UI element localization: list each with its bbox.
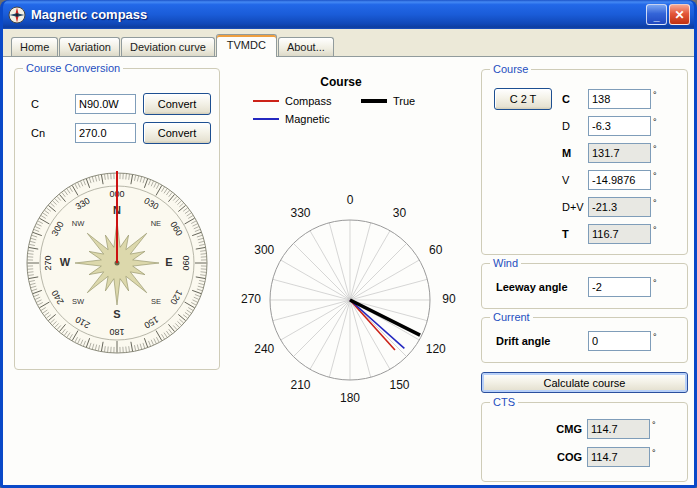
c-conversion-input[interactable] (75, 94, 136, 114)
svg-text:090: 090 (181, 255, 191, 270)
drift-row: Drift angle ° (496, 331, 657, 351)
course-group-label: Course (490, 63, 531, 75)
c-conversion-label: C (31, 98, 75, 110)
leeway-row: Leeway angle ° (496, 277, 657, 297)
svg-text:SW: SW (72, 297, 85, 306)
compass-rose-canvas: 000030060090120150180210240270300330NNEE… (21, 167, 213, 359)
m-field[interactable] (588, 143, 651, 163)
t-field[interactable] (588, 224, 651, 244)
svg-text:NW: NW (72, 219, 85, 228)
d-field[interactable] (588, 116, 651, 136)
calculate-course-button[interactable]: Calculate course (481, 372, 688, 393)
cmg-row: CMG ° (522, 419, 656, 439)
t-unit: ° (653, 225, 657, 235)
current-group-label: Current (490, 311, 533, 323)
tab-strip: Home Variation Deviation curve TVMDC Abo… (3, 29, 694, 56)
m-unit: ° (653, 144, 657, 154)
current-group: Current Drift angle ° (481, 317, 688, 363)
svg-text:NE: NE (151, 219, 161, 228)
leeway-input[interactable] (588, 277, 651, 297)
tab-tvmdc[interactable]: TVMDC (216, 34, 277, 57)
legend-item-magnetic: Magnetic (253, 113, 361, 125)
svg-text:270: 270 (241, 292, 261, 306)
cts-group-label: CTS (490, 396, 518, 408)
svg-text:W: W (60, 256, 71, 268)
tab-about[interactable]: About... (278, 37, 334, 56)
svg-text:90: 90 (442, 292, 456, 306)
app-icon (8, 6, 26, 24)
cmg-field[interactable] (587, 419, 650, 439)
svg-text:0: 0 (347, 193, 354, 207)
c-conversion-row: C Convert (31, 93, 211, 115)
cog-label: COG (522, 451, 582, 463)
svg-text:30: 30 (393, 206, 407, 220)
svg-text:240: 240 (254, 342, 274, 356)
svg-text:120: 120 (426, 342, 446, 356)
convert-c-button[interactable]: Convert (143, 93, 211, 115)
m-row: M ° (562, 143, 657, 163)
course-polar-chart: 0306090120150180210240270300330 (228, 178, 472, 422)
c2t-button[interactable]: C 2 T (494, 88, 552, 110)
svg-text:180: 180 (109, 327, 124, 337)
legend-label-true: True (393, 95, 415, 107)
cmg-label: CMG (522, 423, 582, 435)
drift-label: Drift angle (496, 335, 588, 347)
cn-conversion-input[interactable] (75, 123, 136, 143)
course-polar-chart-canvas: 0306090120150180210240270300330 (228, 178, 472, 422)
drift-input[interactable] (588, 331, 651, 351)
legend-label-magnetic: Magnetic (285, 113, 330, 125)
svg-text:330: 330 (290, 206, 310, 220)
v-label: V (562, 174, 588, 186)
course-conversion-group: Course Conversion C Convert Cn Convert 0… (14, 68, 220, 370)
c-row: C ° (562, 89, 657, 109)
svg-text:270: 270 (43, 255, 53, 270)
t-label: T (562, 228, 588, 240)
wind-group: Wind Leeway angle ° (481, 263, 688, 309)
dv-label: D+V (562, 201, 588, 213)
cn-conversion-label: Cn (31, 127, 75, 139)
tab-home[interactable]: Home (11, 37, 58, 56)
cog-row: COG ° (522, 447, 656, 467)
m-label: M (562, 147, 588, 159)
legend-item-compass: Compass (253, 95, 361, 107)
svg-text:60: 60 (429, 243, 443, 257)
course-conversion-group-label: Course Conversion (23, 62, 123, 74)
cog-field[interactable] (587, 447, 650, 467)
tab-deviation-curve[interactable]: Deviation curve (121, 37, 215, 56)
svg-text:180: 180 (340, 391, 360, 405)
svg-text:300: 300 (254, 243, 274, 257)
d-unit: ° (653, 117, 657, 127)
tab-variation[interactable]: Variation (59, 37, 120, 56)
legend-label-compass: Compass (285, 95, 331, 107)
svg-text:210: 210 (290, 378, 310, 392)
leeway-label: Leeway angle (496, 281, 588, 293)
d-label: D (562, 120, 588, 132)
tvmdc-page: Course Conversion C Convert Cn Convert 0… (3, 56, 694, 485)
svg-text:150: 150 (389, 378, 409, 392)
v-row: V ° (562, 170, 657, 190)
svg-text:S: S (113, 308, 120, 320)
c-field[interactable] (588, 89, 651, 109)
dv-row: D+V ° (562, 197, 657, 217)
wind-group-label: Wind (490, 257, 521, 269)
leeway-unit: ° (653, 278, 657, 288)
minimize-button[interactable]: _ (646, 4, 667, 25)
c-unit: ° (653, 90, 657, 100)
compass-line-swatch (253, 100, 279, 102)
cn-conversion-row: Cn Convert (31, 122, 211, 144)
dv-field[interactable] (588, 197, 651, 217)
close-button[interactable]: ✕ (669, 4, 690, 25)
window-title: Magnetic compass (31, 7, 644, 22)
drift-unit: ° (653, 332, 657, 342)
magnetic-line-swatch (253, 118, 279, 120)
svg-text:SE: SE (151, 297, 161, 306)
svg-text:E: E (165, 256, 172, 268)
chart-legend: Course Compass True Magnetic (241, 75, 441, 125)
c-label: C (562, 93, 588, 105)
v-field[interactable] (588, 170, 651, 190)
convert-cn-button[interactable]: Convert (143, 122, 211, 144)
app-window: Magnetic compass _ ✕ Home Variation Devi… (0, 0, 697, 488)
client-area: Home Variation Deviation curve TVMDC Abo… (3, 29, 694, 485)
cmg-unit: ° (652, 420, 656, 430)
titlebar[interactable]: Magnetic compass _ ✕ (3, 0, 694, 29)
